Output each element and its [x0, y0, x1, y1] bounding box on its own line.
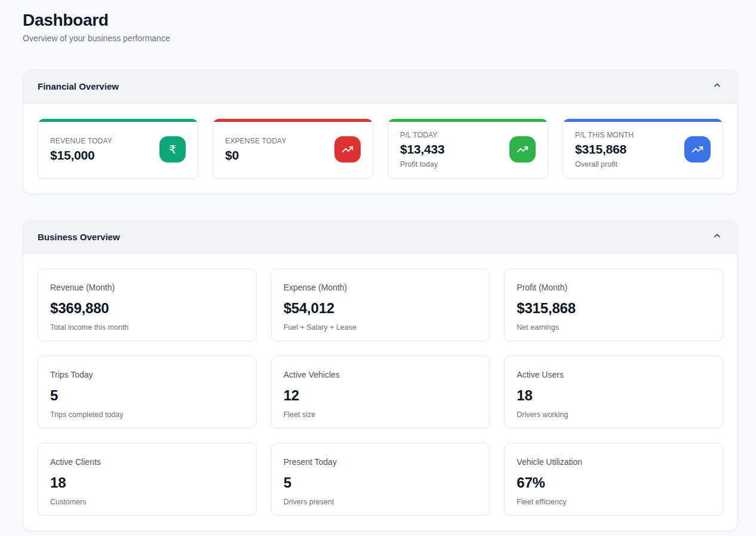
stat-subtitle: Drivers present [284, 498, 478, 506]
stat-value: 18 [517, 387, 711, 404]
present-today-card: Present Today 5 Drivers present [271, 443, 490, 516]
dashboard-page: Dashboard Overview of your business perf… [23, 11, 738, 531]
stat-subtitle: Customers [50, 498, 244, 506]
section-title: Financial Overview [38, 81, 119, 91]
collapse-toggle-button[interactable] [710, 229, 724, 245]
stat-value: $15,000 [50, 148, 112, 163]
stat-value: $315,868 [575, 142, 634, 157]
stat-subtitle: Drivers working [517, 411, 711, 419]
stat-subtitle: Profit today [400, 160, 445, 169]
stat-subtitle: Trips completed today [50, 411, 244, 419]
stat-label: EXPENSE TODAY [225, 137, 287, 145]
rupee-icon: ₹ [159, 136, 186, 163]
stat-value: $13,433 [400, 142, 445, 157]
rupee-glyph: ₹ [169, 144, 176, 155]
revenue-today-card: REVENUE TODAY $15,000 ₹ [38, 118, 198, 179]
business-overview-header[interactable]: Business Overview [23, 220, 737, 254]
stat-label: Present Today [284, 457, 478, 467]
stat-label: Profit (Month) [517, 283, 711, 292]
stat-subtitle: Fleet efficiency [517, 498, 711, 506]
financial-cards-row: REVENUE TODAY $15,000 ₹ EXPENSE TODAY $0 [23, 103, 737, 194]
stat-value: $54,012 [284, 300, 478, 317]
section-title: Business Overview [38, 232, 120, 242]
revenue-month-card: Revenue (Month) $369,880 Total income th… [38, 268, 257, 341]
stat-value: 5 [284, 474, 478, 491]
vehicle-utilization-card: Vehicle Utilization 67% Fleet efficiency [504, 443, 723, 516]
active-vehicles-card: Active Vehicles 12 Fleet size [271, 356, 490, 428]
collapse-toggle-button[interactable] [710, 78, 724, 94]
stat-label: REVENUE TODAY [50, 137, 112, 145]
stat-subtitle: Net earnings [517, 323, 711, 332]
business-overview-panel: Business Overview Revenue (Month) $369,8… [23, 220, 738, 531]
stat-value: 67% [517, 474, 711, 491]
stat-label: Active Clients [50, 457, 244, 467]
chevron-up-icon [712, 231, 722, 243]
stat-value: $0 [225, 148, 287, 163]
stat-label: Vehicle Utilization [517, 457, 711, 467]
profit-month-card: Profit (Month) $315,868 Net earnings [504, 268, 723, 341]
stat-subtitle: Fleet size [284, 411, 478, 419]
active-clients-card: Active Clients 18 Customers [38, 443, 257, 516]
active-users-card: Active Users 18 Drivers working [504, 356, 723, 428]
stat-label: Expense (Month) [284, 283, 478, 292]
expense-month-card: Expense (Month) $54,012 Fuel + Salary + … [271, 268, 490, 341]
page-title: Dashboard [23, 11, 738, 30]
trips-today-card: Trips Today 5 Trips completed today [38, 356, 257, 428]
stat-label: P/L TODAY [400, 131, 445, 139]
financial-overview-panel: Financial Overview REVENUE TODAY $15,000 [23, 69, 738, 194]
stat-label: Revenue (Month) [50, 283, 244, 292]
expense-today-card: EXPENSE TODAY $0 [213, 118, 373, 179]
stat-value: 18 [50, 474, 244, 491]
business-cards-grid: Revenue (Month) $369,880 Total income th… [23, 254, 737, 531]
stat-value: $369,880 [50, 300, 244, 317]
stat-subtitle: Overall profit [575, 160, 634, 169]
pl-this-month-card: P/L THIS MONTH $315,868 Overall profit [563, 118, 723, 179]
trending-up-icon [684, 136, 711, 163]
stat-value: $315,868 [517, 300, 711, 317]
trending-up-icon [509, 136, 536, 163]
trending-up-icon [334, 136, 361, 163]
stat-label: Active Vehicles [284, 370, 478, 379]
stat-value: 5 [50, 387, 244, 404]
stat-subtitle: Total income this month [50, 323, 244, 332]
page-subtitle: Overview of your business performance [23, 33, 738, 43]
stat-label: Active Users [517, 370, 711, 379]
financial-overview-header[interactable]: Financial Overview [23, 70, 737, 103]
stat-label: P/L THIS MONTH [575, 131, 634, 139]
stat-subtitle: Fuel + Salary + Lease [284, 323, 478, 332]
pl-today-card: P/L TODAY $13,433 Profit today [388, 118, 548, 179]
stat-label: Trips Today [50, 370, 244, 379]
chevron-up-icon [712, 81, 722, 92]
stat-value: 12 [284, 387, 478, 404]
